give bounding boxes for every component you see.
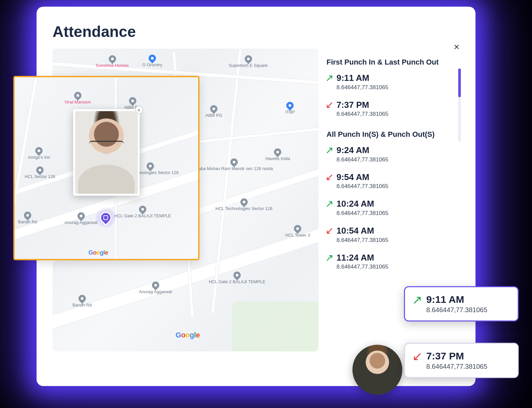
close-icon[interactable]: ×: [454, 42, 460, 52]
map-poi[interactable]: ITBP: [285, 102, 295, 114]
map-pin-icon: [138, 204, 148, 214]
punch-coords: 8.646447,77.381065: [336, 237, 388, 244]
section-heading-all: All Punch In(S) & Punch Out(S): [327, 130, 456, 139]
map-poi[interactable]: Anurag Aggarwal: [65, 212, 97, 225]
map-pin-icon: [293, 223, 303, 234]
punch-time: 11:24 AM: [336, 253, 388, 263]
punch-time: 9:24 AM: [336, 145, 388, 155]
punch-coords: 8.646447,77.381065: [426, 363, 487, 370]
arrow-out-icon: [327, 174, 332, 180]
punch-time: 9:54 AM: [336, 172, 388, 182]
all-punches-list: 9:24 AM8.646447,77.3810659:54 AM8.646447…: [327, 145, 456, 270]
punch-item[interactable]: 10:24 AM8.646447,77.381065: [327, 199, 456, 217]
map-pin-icon: [232, 270, 242, 280]
map-green: [232, 302, 319, 351]
map-poi[interactable]: HCL Sector 126: [25, 166, 55, 179]
punch-coords: 8.646447,77.381065: [336, 156, 388, 163]
map-pin-icon: [285, 100, 295, 110]
map-attribution: Google: [88, 249, 108, 256]
punch-item[interactable]: 9:54 AM8.646447,77.381065: [327, 172, 456, 190]
punch-item[interactable]: 9:24 AM8.646447,77.381065: [327, 145, 456, 163]
map-poi[interactable]: HCL Gate 2 BALAJI TEMPLE: [209, 272, 266, 284]
user-avatar[interactable]: [352, 345, 402, 395]
user-avatar-popup: ×: [73, 109, 140, 196]
punch-time: 7:37 PM: [426, 350, 487, 361]
map-pin-icon: [107, 54, 117, 64]
scrollbar-track[interactable]: [458, 69, 461, 142]
map-pin-icon: [147, 53, 157, 63]
map-pin-icon: [128, 96, 138, 106]
scrollbar-thumb[interactable]: [458, 69, 461, 97]
arrow-in-icon: [414, 297, 421, 304]
map-attribution: Google: [176, 331, 200, 339]
map-poi[interactable]: Bandh Rd: [18, 212, 37, 224]
punch-time: 9:11 AM: [336, 73, 388, 83]
map-pin-icon: [145, 161, 155, 171]
float-punch-out-card[interactable]: 7:37 PM 8.646447,77.381065: [404, 343, 519, 378]
map-pin-icon: [239, 197, 249, 207]
arrow-in-icon: [327, 147, 332, 153]
map-poi-label: ITBP: [285, 110, 295, 114]
map-pin-icon: [209, 103, 219, 114]
section-heading-first-last: First Punch In & Last Punch Out: [327, 58, 456, 67]
first-last-list: 9:11 AM8.646447,77.3810657:37 PM8.646447…: [327, 73, 456, 117]
map-poi[interactable]: Supertech E Square: [229, 55, 268, 68]
map-poi[interactable]: Baba Mohan Ram Mandir sec 126 noida: [196, 158, 273, 171]
map-pin-icon: [35, 165, 45, 175]
punch-item[interactable]: 9:11 AM8.646447,77.381065: [327, 73, 456, 91]
punch-coords: 8.646447,77.381065: [336, 84, 388, 91]
arrow-in-icon: [327, 255, 332, 261]
map-poi[interactable]: Sunshine Homes: [96, 55, 129, 68]
punch-coords: 8.646447,77.381065: [336, 183, 388, 190]
punch-coords: 8.646447,77.381065: [336, 111, 388, 117]
map-poi[interactable]: HCL Technologies Sector 126: [215, 198, 272, 211]
map-selection-card[interactable]: Virat MansionABM PGAmigo's innHCL Sector…: [13, 76, 200, 260]
punch-time: 10:54 AM: [336, 226, 388, 236]
map-poi[interactable]: G Grocery: [142, 55, 162, 67]
arrow-out-icon: [327, 102, 332, 108]
punch-coords: 8.646447,77.381065: [336, 264, 388, 270]
map-pin-icon: [150, 280, 161, 290]
map-poi[interactable]: Amigo's inn: [28, 147, 50, 160]
punch-time: 7:37 PM: [336, 100, 388, 110]
punch-coords: 8.646447,77.381065: [426, 306, 487, 314]
user-location-pin[interactable]: [95, 207, 116, 228]
map-pin-icon: [229, 157, 239, 167]
map-poi[interactable]: Bandh Rd: [72, 295, 92, 307]
map-pin-icon: [34, 145, 44, 156]
map-pin-icon: [76, 211, 86, 221]
map-poi[interactable]: HCL Gate 2 BALAJI TEMPLE: [114, 206, 171, 218]
arrow-in-icon: [327, 75, 332, 81]
punch-item[interactable]: 7:37 PM8.646447,77.381065: [327, 100, 456, 118]
float-punch-in-card[interactable]: 9:11 AM 8.646447,77.381065: [404, 286, 519, 321]
arrow-in-icon: [327, 201, 332, 207]
page-title: Attendance: [37, 7, 475, 49]
punch-time: 10:24 AM: [336, 199, 388, 209]
user-avatar: [75, 111, 138, 194]
arrow-out-icon: [414, 353, 421, 360]
punch-item[interactable]: 11:24 AM8.646447,77.381065: [327, 253, 456, 271]
map-pin-icon: [22, 210, 33, 220]
punch-coords: 8.646447,77.381065: [336, 210, 388, 217]
map-pin-icon: [72, 90, 83, 101]
punch-time: 9:11 AM: [426, 294, 487, 305]
punch-item[interactable]: 10:54 AM8.646447,77.381065: [327, 226, 456, 244]
map-poi[interactable]: Havells India: [265, 148, 290, 161]
arrow-out-icon: [327, 228, 332, 234]
map-pin-icon: [243, 54, 253, 64]
map-poi[interactable]: Virat Mansion: [65, 92, 91, 104]
map-pin-icon: [273, 147, 283, 157]
map-poi[interactable]: Anurag Aggarwal: [139, 282, 172, 294]
map-pin-icon: [77, 293, 87, 304]
map-poi[interactable]: HCL Tower 3: [285, 225, 310, 238]
map-poi[interactable]: ABM PG: [205, 105, 222, 118]
